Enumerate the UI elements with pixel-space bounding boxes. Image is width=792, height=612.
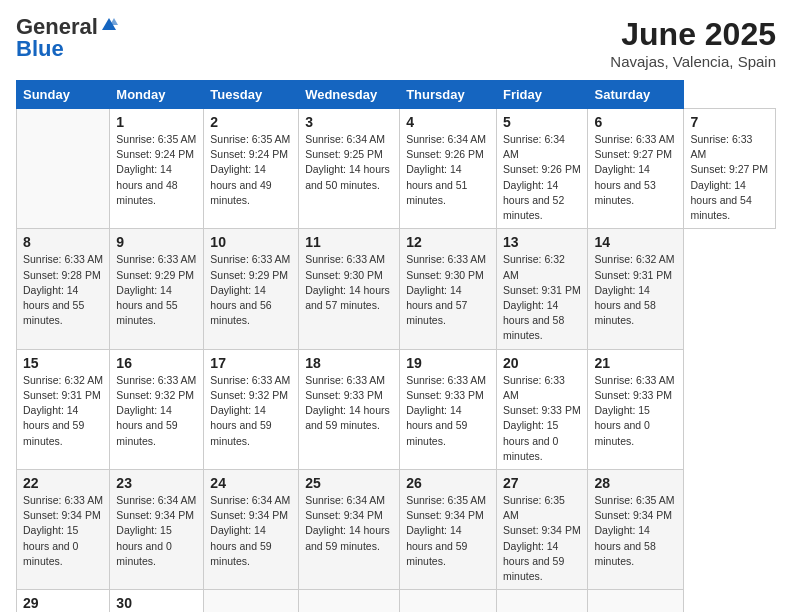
calendar-cell: 12Sunrise: 6:33 AM Sunset: 9:30 PM Dayli… (400, 229, 497, 349)
calendar-cell: 20Sunrise: 6:33 AM Sunset: 9:33 PM Dayli… (497, 349, 588, 469)
calendar-cell: 5Sunrise: 6:34 AM Sunset: 9:26 PM Daylig… (497, 109, 588, 229)
day-number: 4 (406, 114, 490, 130)
day-number: 2 (210, 114, 292, 130)
day-number: 13 (503, 234, 581, 250)
day-number: 25 (305, 475, 393, 491)
calendar-cell: 3Sunrise: 6:34 AM Sunset: 9:25 PM Daylig… (299, 109, 400, 229)
day-number: 17 (210, 355, 292, 371)
calendar-week-row: 29Sunrise: 6:36 AM Sunset: 9:34 PM Dayli… (17, 590, 776, 612)
day-detail: Sunrise: 6:32 AM Sunset: 9:31 PM Dayligh… (594, 252, 677, 328)
day-detail: Sunrise: 6:32 AM Sunset: 9:31 PM Dayligh… (503, 252, 581, 343)
day-detail: Sunrise: 6:33 AM Sunset: 9:34 PM Dayligh… (23, 493, 103, 569)
day-detail: Sunrise: 6:35 AM Sunset: 9:34 PM Dayligh… (594, 493, 677, 569)
day-detail: Sunrise: 6:33 AM Sunset: 9:32 PM Dayligh… (116, 373, 197, 449)
day-number: 3 (305, 114, 393, 130)
day-detail: Sunrise: 6:33 AM Sunset: 9:30 PM Dayligh… (406, 252, 490, 328)
column-header-monday: Monday (110, 81, 204, 109)
day-number: 11 (305, 234, 393, 250)
calendar-cell: 19Sunrise: 6:33 AM Sunset: 9:33 PM Dayli… (400, 349, 497, 469)
calendar-cell: 16Sunrise: 6:33 AM Sunset: 9:32 PM Dayli… (110, 349, 204, 469)
day-detail: Sunrise: 6:33 AM Sunset: 9:28 PM Dayligh… (23, 252, 103, 328)
day-detail: Sunrise: 6:34 AM Sunset: 9:34 PM Dayligh… (305, 493, 393, 554)
calendar-cell: 9Sunrise: 6:33 AM Sunset: 9:29 PM Daylig… (110, 229, 204, 349)
calendar-subtitle: Navajas, Valencia, Spain (610, 53, 776, 70)
day-detail: Sunrise: 6:33 AM Sunset: 9:27 PM Dayligh… (594, 132, 677, 208)
day-number: 1 (116, 114, 197, 130)
day-detail: Sunrise: 6:33 AM Sunset: 9:30 PM Dayligh… (305, 252, 393, 313)
day-number: 15 (23, 355, 103, 371)
day-number: 29 (23, 595, 103, 611)
logo-icon (100, 16, 118, 34)
day-number: 10 (210, 234, 292, 250)
day-number: 5 (503, 114, 581, 130)
calendar-cell: 17Sunrise: 6:33 AM Sunset: 9:32 PM Dayli… (204, 349, 299, 469)
calendar-cell: 8Sunrise: 6:33 AM Sunset: 9:28 PM Daylig… (17, 229, 110, 349)
day-number: 12 (406, 234, 490, 250)
calendar-cell: 24Sunrise: 6:34 AM Sunset: 9:34 PM Dayli… (204, 469, 299, 589)
day-detail: Sunrise: 6:33 AM Sunset: 9:33 PM Dayligh… (503, 373, 581, 464)
calendar-cell: 15Sunrise: 6:32 AM Sunset: 9:31 PM Dayli… (17, 349, 110, 469)
title-block: June 2025 Navajas, Valencia, Spain (610, 16, 776, 70)
day-number: 8 (23, 234, 103, 250)
day-detail: Sunrise: 6:33 AM Sunset: 9:33 PM Dayligh… (305, 373, 393, 434)
calendar-cell (204, 590, 299, 612)
calendar-cell: 4Sunrise: 6:34 AM Sunset: 9:26 PM Daylig… (400, 109, 497, 229)
day-number: 27 (503, 475, 581, 491)
day-number: 20 (503, 355, 581, 371)
day-detail: Sunrise: 6:32 AM Sunset: 9:31 PM Dayligh… (23, 373, 103, 449)
day-detail: Sunrise: 6:33 AM Sunset: 9:27 PM Dayligh… (690, 132, 769, 223)
calendar-cell (588, 590, 684, 612)
calendar-cell: 11Sunrise: 6:33 AM Sunset: 9:30 PM Dayli… (299, 229, 400, 349)
day-detail: Sunrise: 6:35 AM Sunset: 9:24 PM Dayligh… (210, 132, 292, 208)
day-detail: Sunrise: 6:34 AM Sunset: 9:26 PM Dayligh… (406, 132, 490, 208)
calendar-cell: 30Sunrise: 6:36 AM Sunset: 9:34 PM Dayli… (110, 590, 204, 612)
day-number: 16 (116, 355, 197, 371)
day-number: 6 (594, 114, 677, 130)
day-detail: Sunrise: 6:33 AM Sunset: 9:32 PM Dayligh… (210, 373, 292, 449)
column-header-friday: Friday (497, 81, 588, 109)
column-header-sunday: Sunday (17, 81, 110, 109)
day-detail: Sunrise: 6:35 AM Sunset: 9:34 PM Dayligh… (503, 493, 581, 584)
calendar-cell: 13Sunrise: 6:32 AM Sunset: 9:31 PM Dayli… (497, 229, 588, 349)
calendar-cell: 6Sunrise: 6:33 AM Sunset: 9:27 PM Daylig… (588, 109, 684, 229)
calendar-cell: 25Sunrise: 6:34 AM Sunset: 9:34 PM Dayli… (299, 469, 400, 589)
day-number: 30 (116, 595, 197, 611)
calendar-title: June 2025 (610, 16, 776, 53)
calendar-cell (497, 590, 588, 612)
column-header-thursday: Thursday (400, 81, 497, 109)
svg-marker-1 (110, 18, 118, 25)
column-header-wednesday: Wednesday (299, 81, 400, 109)
calendar-cell: 26Sunrise: 6:35 AM Sunset: 9:34 PM Dayli… (400, 469, 497, 589)
calendar-header-row: SundayMondayTuesdayWednesdayThursdayFrid… (17, 81, 776, 109)
calendar-week-row: 15Sunrise: 6:32 AM Sunset: 9:31 PM Dayli… (17, 349, 776, 469)
calendar-cell: 1Sunrise: 6:35 AM Sunset: 9:24 PM Daylig… (110, 109, 204, 229)
logo: General Blue (16, 16, 118, 60)
day-number: 23 (116, 475, 197, 491)
calendar-cell: 2Sunrise: 6:35 AM Sunset: 9:24 PM Daylig… (204, 109, 299, 229)
day-number: 21 (594, 355, 677, 371)
day-number: 18 (305, 355, 393, 371)
day-number: 14 (594, 234, 677, 250)
day-detail: Sunrise: 6:34 AM Sunset: 9:34 PM Dayligh… (210, 493, 292, 569)
day-detail: Sunrise: 6:33 AM Sunset: 9:33 PM Dayligh… (406, 373, 490, 449)
day-detail: Sunrise: 6:35 AM Sunset: 9:34 PM Dayligh… (406, 493, 490, 569)
day-detail: Sunrise: 6:33 AM Sunset: 9:29 PM Dayligh… (116, 252, 197, 328)
day-detail: Sunrise: 6:34 AM Sunset: 9:26 PM Dayligh… (503, 132, 581, 223)
logo-general: General (16, 16, 98, 38)
calendar-week-row: 22Sunrise: 6:33 AM Sunset: 9:34 PM Dayli… (17, 469, 776, 589)
day-detail: Sunrise: 6:33 AM Sunset: 9:33 PM Dayligh… (594, 373, 677, 449)
calendar-cell: 18Sunrise: 6:33 AM Sunset: 9:33 PM Dayli… (299, 349, 400, 469)
day-number: 24 (210, 475, 292, 491)
calendar-table: SundayMondayTuesdayWednesdayThursdayFrid… (16, 80, 776, 612)
calendar-cell (17, 109, 110, 229)
calendar-week-row: 1Sunrise: 6:35 AM Sunset: 9:24 PM Daylig… (17, 109, 776, 229)
day-number: 9 (116, 234, 197, 250)
day-detail: Sunrise: 6:34 AM Sunset: 9:25 PM Dayligh… (305, 132, 393, 193)
day-detail: Sunrise: 6:35 AM Sunset: 9:24 PM Dayligh… (116, 132, 197, 208)
calendar-cell: 21Sunrise: 6:33 AM Sunset: 9:33 PM Dayli… (588, 349, 684, 469)
calendar-cell (400, 590, 497, 612)
calendar-cell: 22Sunrise: 6:33 AM Sunset: 9:34 PM Dayli… (17, 469, 110, 589)
day-number: 19 (406, 355, 490, 371)
day-detail: Sunrise: 6:33 AM Sunset: 9:29 PM Dayligh… (210, 252, 292, 328)
column-header-tuesday: Tuesday (204, 81, 299, 109)
